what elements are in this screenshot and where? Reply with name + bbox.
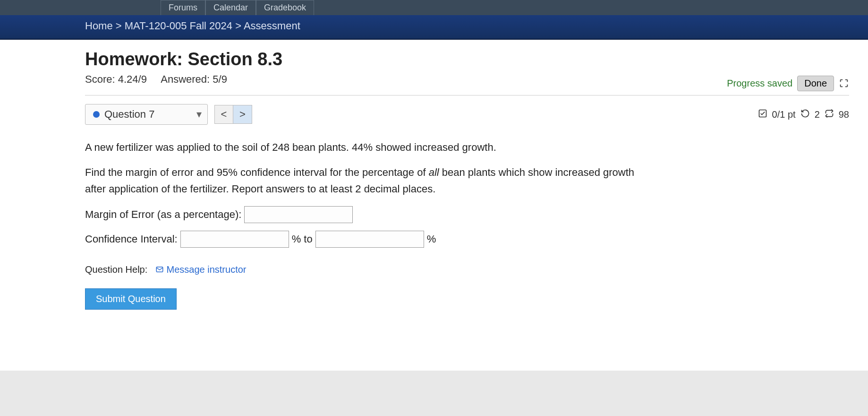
check-icon bbox=[758, 109, 767, 121]
ci-lower-input[interactable] bbox=[180, 231, 289, 248]
done-button[interactable]: Done bbox=[797, 76, 834, 91]
tab-gradebook[interactable]: Gradebook bbox=[256, 0, 314, 15]
mail-icon bbox=[155, 264, 167, 275]
question-p2-em: all bbox=[429, 166, 439, 178]
help-line: Question Help: Message instructor bbox=[85, 262, 652, 277]
pct-text: % bbox=[427, 231, 436, 247]
points-row: 0/1 pt 2 98 bbox=[758, 109, 849, 121]
message-instructor-link[interactable]: Message instructor bbox=[167, 264, 247, 275]
breadcrumb-sep: > bbox=[235, 20, 244, 32]
next-question-button[interactable]: > bbox=[233, 105, 252, 124]
ci-label: Confidence Interval: bbox=[85, 231, 178, 247]
ci-upper-input[interactable] bbox=[315, 231, 424, 248]
retry-count: 2 bbox=[815, 109, 820, 120]
breadcrumb-home[interactable]: Home bbox=[85, 20, 113, 32]
score-line: Score: 4.24/9 Answered: 5/9 bbox=[85, 73, 227, 86]
pct-to-text: % to bbox=[292, 231, 313, 247]
main-content: Homework: Section 8.3 Score: 4.24/9 Answ… bbox=[0, 40, 868, 371]
attempts-icon bbox=[825, 109, 834, 121]
question-body: A new fertilizer was applied to the soil… bbox=[85, 139, 652, 310]
top-tab-bar: Forums Calendar Gradebook bbox=[0, 0, 868, 15]
attempt-count: 98 bbox=[839, 109, 849, 120]
submit-question-button[interactable]: Submit Question bbox=[85, 288, 177, 310]
question-select-label: Question 7 bbox=[104, 108, 154, 121]
tab-forums[interactable]: Forums bbox=[161, 0, 205, 15]
breadcrumb: Home > MAT-120-005 Fall 2024 > Assessmen… bbox=[0, 15, 868, 40]
points-text: 0/1 pt bbox=[772, 109, 796, 120]
status-dot-icon bbox=[93, 111, 100, 118]
moe-input[interactable] bbox=[244, 206, 353, 223]
progress-saved: Progress saved bbox=[727, 78, 792, 89]
question-select[interactable]: Question 7 ▾ bbox=[85, 104, 208, 125]
caret-down-icon: ▾ bbox=[196, 108, 202, 121]
prev-question-button[interactable]: < bbox=[214, 105, 233, 124]
breadcrumb-page: Assessment bbox=[244, 20, 300, 32]
question-p2a: Find the margin of error and 95% confide… bbox=[85, 166, 429, 178]
breadcrumb-course[interactable]: MAT-120-005 Fall 2024 bbox=[125, 20, 232, 32]
breadcrumb-sep: > bbox=[116, 20, 125, 32]
answered-label: Answered: 5/9 bbox=[161, 73, 227, 85]
question-p2: Find the margin of error and 95% confide… bbox=[85, 164, 652, 197]
moe-label: Margin of Error (as a percentage): bbox=[85, 206, 241, 223]
help-label: Question Help: bbox=[85, 264, 147, 275]
page-title: Homework: Section 8.3 bbox=[85, 49, 849, 69]
tab-calendar[interactable]: Calendar bbox=[205, 0, 256, 15]
score-label: Score: 4.24/9 bbox=[85, 73, 147, 85]
fullscreen-icon[interactable] bbox=[839, 78, 849, 88]
question-p1: A new fertilizer was applied to the soil… bbox=[85, 139, 652, 156]
retry-icon bbox=[800, 109, 810, 121]
